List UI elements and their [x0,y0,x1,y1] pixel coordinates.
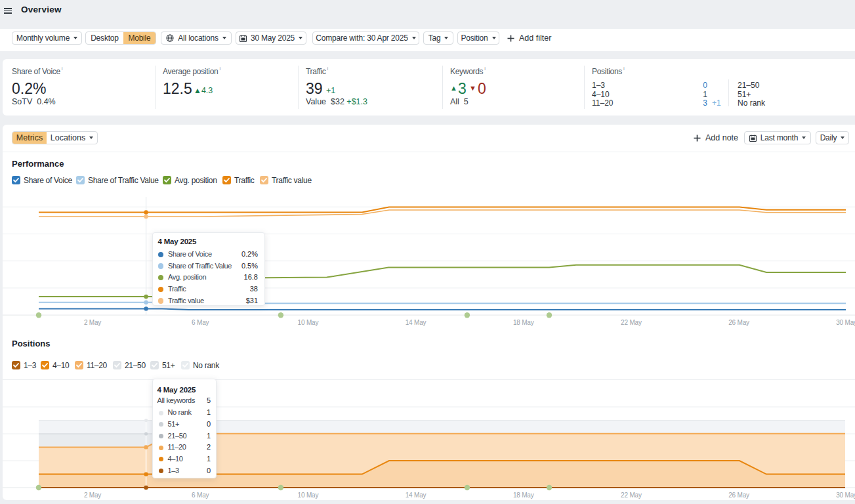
svg-text:30 May: 30 May [836,492,855,499]
svg-text:2 May: 2 May [84,492,101,499]
svg-text:22 May: 22 May [621,492,642,499]
svg-text:26 May: 26 May [728,492,749,499]
svg-text:22 May: 22 May [621,319,642,326]
svg-text:14 May: 14 May [406,319,427,326]
svg-text:6 May: 6 May [192,492,209,499]
svg-text:18 May: 18 May [513,492,534,499]
svg-text:26 May: 26 May [728,319,749,326]
svg-text:6 May: 6 May [192,319,209,326]
svg-text:10 May: 10 May [298,319,319,326]
svg-text:30 May: 30 May [836,319,855,326]
svg-text:10 May: 10 May [298,492,319,499]
svg-text:14 May: 14 May [406,492,427,499]
svg-text:18 May: 18 May [513,319,534,326]
svg-text:2 May: 2 May [84,319,101,326]
